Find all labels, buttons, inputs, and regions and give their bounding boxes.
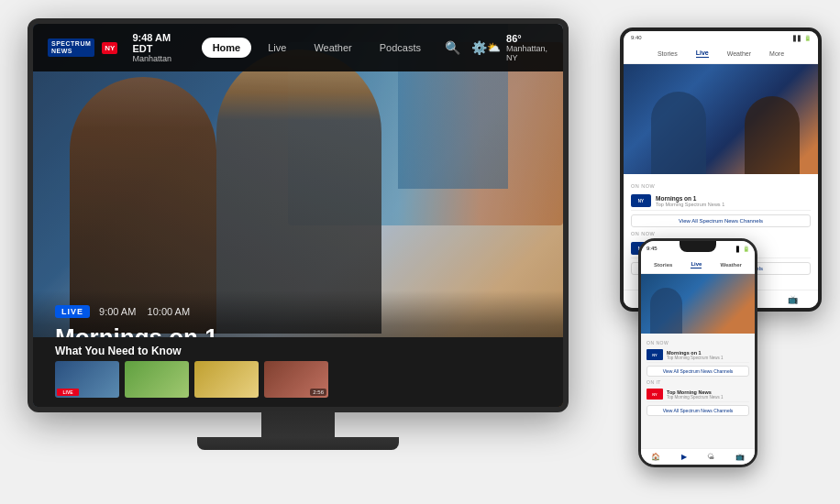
search-icon[interactable]: 🔍 bbox=[445, 40, 460, 55]
news-thumb-2 bbox=[125, 361, 189, 398]
logo-area: SPECTRUMNEWS NY bbox=[48, 38, 117, 58]
phone-channel-1[interactable]: NY Mornings on 1 Top Morning Spectrum Ne… bbox=[647, 347, 749, 363]
phone-view-all-1[interactable]: View All Spectrum News Channels bbox=[647, 366, 749, 377]
phone-content: ON NOW NY Mornings on 1 Top Morning Spec… bbox=[641, 334, 755, 448]
tablet-status-bar: 9:40 ▋▋ 🔋 bbox=[624, 31, 818, 44]
tv-navigation-bar: SPECTRUMNEWS NY 9:48 AM EDT Manhattan Ho… bbox=[33, 24, 563, 71]
weather-location: Manhattan, NY bbox=[506, 44, 548, 62]
tablet-channel-logo-1: NY bbox=[631, 194, 651, 207]
tablet-view-all-1[interactable]: View All Spectrum News Channels bbox=[631, 214, 811, 227]
phone-anchor-silhouette bbox=[650, 288, 682, 334]
phone-channel-logo-1: NY bbox=[647, 349, 663, 360]
phone-frame: 9:45 ▋ 🔋 Stories Live Weather ON NOW NY bbox=[638, 238, 757, 467]
phone-channel-logo-2: NY bbox=[647, 389, 663, 400]
tablet-channel-sub-1: Top Morning Spectrum News 1 bbox=[656, 202, 811, 207]
weather-icon: ⛅ bbox=[487, 41, 501, 54]
time-location-display: 9:48 AM EDT Manhattan bbox=[132, 32, 182, 63]
phone-status-icons: ▋ 🔋 bbox=[736, 246, 749, 252]
nav-live[interactable]: Live bbox=[257, 38, 297, 58]
tv-stand-base bbox=[197, 437, 399, 450]
nav-items: Home Live Weather Podcasts 🔍 ⚙️ bbox=[202, 38, 487, 58]
tablet-on-now-label-2: ON NOW bbox=[631, 231, 811, 236]
news-thumb-3 bbox=[194, 361, 259, 398]
tablet-channel-1[interactable]: NY Mornings on 1 Top Morning Spectrum Ne… bbox=[631, 192, 811, 211]
news-thumbnails-strip: LIVE 2:56 bbox=[55, 361, 541, 398]
phone-on-it-label: ON IT bbox=[647, 379, 749, 385]
phone-channel-2[interactable]: NY Top Morning News Top Morning Spectrum… bbox=[647, 387, 749, 402]
tv-stand-neck bbox=[261, 410, 335, 437]
tablet-anchor-left bbox=[651, 92, 706, 174]
tv-stand bbox=[28, 410, 569, 450]
phone-channel-info-2: Top Morning News Top Morning Spectrum Ne… bbox=[667, 389, 749, 400]
tablet-nav: Stories Live Weather More bbox=[624, 44, 818, 64]
phone-time: 9:45 bbox=[647, 246, 658, 251]
tv-container: SPECTRUMNEWS NY 9:48 AM EDT Manhattan Ho… bbox=[28, 18, 596, 467]
phone-nav-stories[interactable]: Stories bbox=[654, 262, 672, 268]
news-thumb-1: LIVE bbox=[55, 361, 119, 398]
phone-video-thumbnail[interactable] bbox=[641, 274, 755, 334]
phone-home-icon[interactable]: 🏠 bbox=[651, 453, 660, 461]
spectrum-news-logo: SPECTRUMNEWS bbox=[48, 38, 94, 58]
phone-live-icon[interactable]: ▶ bbox=[681, 453, 687, 461]
tablet-time: 9:40 bbox=[631, 35, 642, 40]
nav-home[interactable]: Home bbox=[202, 38, 252, 58]
tv-screen: SPECTRUMNEWS NY 9:48 AM EDT Manhattan Ho… bbox=[33, 24, 563, 407]
phone-nav-live[interactable]: Live bbox=[691, 261, 702, 268]
current-location: Manhattan bbox=[132, 54, 182, 63]
phone-notch bbox=[680, 241, 716, 252]
tablet-nav-stories[interactable]: Stories bbox=[658, 50, 678, 57]
phone-channel-sub-1: Top Morning Spectrum News 1 bbox=[667, 356, 749, 360]
nav-icon-group: 🔍 ⚙️ bbox=[445, 40, 487, 55]
phone-on-now-label: ON NOW bbox=[647, 340, 749, 345]
settings-icon[interactable]: ⚙️ bbox=[471, 40, 487, 55]
phone-container: 9:45 ▋ 🔋 Stories Live Weather ON NOW NY bbox=[638, 238, 757, 467]
tablet-channel-info-1: Mornings on 1 Top Morning Spectrum News … bbox=[656, 195, 811, 207]
news-thumb-4: 2:56 bbox=[264, 361, 328, 398]
nav-weather[interactable]: Weather bbox=[303, 38, 362, 58]
section-title: What You Need to Know bbox=[55, 345, 541, 357]
tablet-shows-icon[interactable]: 📺 bbox=[788, 295, 798, 304]
tablet-anchor-right bbox=[745, 96, 800, 174]
phone-channel-info-1: Mornings on 1 Top Morning Spectrum News … bbox=[667, 350, 749, 360]
tablet-on-now-label: ON NOW bbox=[631, 183, 811, 189]
phone-screen: 9:45 ▋ 🔋 Stories Live Weather ON NOW NY bbox=[641, 241, 755, 465]
show-times: 9:00 AM 10:00 AM bbox=[99, 306, 190, 317]
phone-weather-icon[interactable]: 🌤 bbox=[707, 453, 714, 461]
tablet-nav-more[interactable]: More bbox=[769, 50, 784, 57]
phone-view-all-2[interactable]: View All Spectrum News Channels bbox=[647, 405, 749, 416]
ny-badge: NY bbox=[102, 42, 117, 54]
tablet-channel-name-1: Mornings on 1 bbox=[656, 195, 811, 202]
tv-bottom-section: What You Need to Know LIVE 2:56 bbox=[33, 337, 563, 407]
nav-podcasts[interactable]: Podcasts bbox=[369, 38, 432, 58]
phone-shows-icon[interactable]: 📺 bbox=[735, 453, 745, 461]
live-badge-row: LIVE 9:00 AM 10:00 AM bbox=[55, 305, 541, 318]
weather-info: ⛅ 86° Manhattan, NY bbox=[487, 33, 548, 62]
current-time: 9:48 AM EDT bbox=[132, 32, 182, 54]
tablet-nav-live[interactable]: Live bbox=[696, 49, 709, 58]
phone-nav-weather[interactable]: Weather bbox=[720, 262, 742, 268]
phone-nav-bar: Stories Live Weather bbox=[641, 256, 755, 274]
tablet-nav-weather[interactable]: Weather bbox=[727, 50, 751, 57]
tablet-video-player[interactable] bbox=[624, 64, 818, 174]
tv-frame: SPECTRUMNEWS NY 9:48 AM EDT Manhattan Ho… bbox=[28, 18, 569, 412]
tablet-status-icons: ▋▋ 🔋 bbox=[793, 35, 811, 41]
phone-bottom-bar: 🏠 ▶ 🌤 📺 bbox=[641, 448, 755, 465]
phone-channel-sub-2: Top Morning Spectrum News 1 bbox=[667, 395, 749, 400]
weather-temperature: 86° bbox=[506, 33, 548, 44]
live-badge: LIVE bbox=[55, 305, 90, 318]
